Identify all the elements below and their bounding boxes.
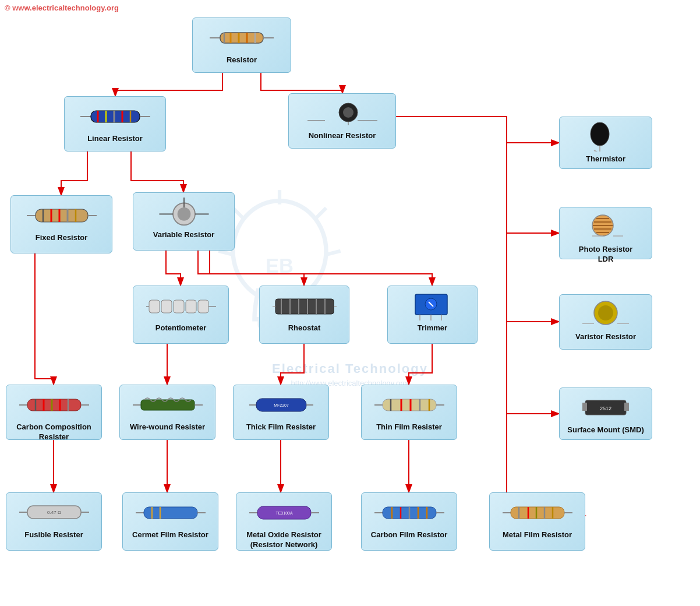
node-carbon-comp: Carbon Composition Resister bbox=[6, 385, 102, 440]
node-cermet: Cermet Film Resistor bbox=[122, 492, 218, 551]
svg-line-5 bbox=[326, 251, 341, 255]
svg-text:0.47 Ω: 0.47 Ω bbox=[47, 510, 61, 515]
thick-film-image: MF2207 bbox=[238, 389, 324, 421]
svg-rect-64 bbox=[149, 300, 160, 313]
svg-rect-11 bbox=[220, 33, 263, 43]
node-fixed: Fixed Resistor bbox=[10, 195, 112, 253]
node-resistor: Resistor bbox=[192, 17, 291, 73]
node-linear: Linear Resistor bbox=[64, 96, 166, 152]
thermistor-label: Thermistor bbox=[564, 154, 647, 164]
photo-resistor-label: Photo Resistor LDR bbox=[564, 245, 647, 265]
node-fusible: 0.47 Ω Fusible Resister bbox=[6, 492, 102, 551]
metal-film-image bbox=[494, 496, 580, 529]
node-nonlinear: Nonlinear Resistor bbox=[288, 93, 396, 149]
svg-text:TE3100A: TE3100A bbox=[275, 511, 293, 515]
svg-point-57 bbox=[598, 305, 613, 320]
carbon-film-label: Carbon Film Resistor bbox=[366, 530, 452, 540]
svg-point-40 bbox=[177, 207, 190, 221]
metal-oxide-label: Metal Oxide Resistor (Resistor Network) bbox=[241, 530, 327, 550]
svg-line-7 bbox=[218, 251, 233, 255]
svg-rect-68 bbox=[198, 300, 208, 313]
node-potentiometer: Potentiometer bbox=[133, 286, 229, 344]
cermet-label: Cermet Film Resistor bbox=[128, 530, 213, 540]
fusible-image: 0.47 Ω bbox=[11, 496, 97, 529]
node-photo-resistor: Photo Resistor LDR bbox=[559, 207, 652, 259]
node-rheostat: Rheostat bbox=[259, 286, 349, 344]
fixed-label: Fixed Resistor bbox=[16, 233, 107, 243]
variable-label: Variable Resistor bbox=[138, 230, 229, 240]
rheostat-label: Rheostat bbox=[264, 323, 344, 333]
thermistor-image bbox=[564, 121, 647, 153]
thin-film-label: Thin Film Resister bbox=[366, 422, 452, 432]
carbon-film-image bbox=[366, 496, 452, 529]
node-surface-mount: 2512 Surface Mount (SMD) bbox=[559, 387, 652, 440]
svg-point-44 bbox=[591, 122, 609, 146]
photo-resistor-image bbox=[564, 211, 647, 243]
trimmer-image bbox=[393, 290, 472, 322]
varistor-image bbox=[564, 298, 647, 330]
svg-rect-65 bbox=[161, 300, 172, 313]
nonlinear-image bbox=[294, 97, 391, 129]
cermet-image bbox=[128, 496, 213, 529]
variable-image bbox=[138, 196, 229, 228]
metal-oxide-image: TE3100A bbox=[241, 496, 327, 529]
node-metal-oxide: TE3100A Metal Oxide Resistor (Resistor N… bbox=[236, 492, 332, 551]
metal-film-label: Metal Film Resistor bbox=[494, 530, 580, 540]
node-trimmer: Trimmer bbox=[387, 286, 478, 344]
resistor-image bbox=[197, 22, 286, 54]
node-thick-film: MF2207 Thick Film Resister bbox=[233, 385, 329, 440]
svg-text:2512: 2512 bbox=[600, 406, 611, 411]
svg-line-4 bbox=[316, 208, 326, 219]
potentiometer-label: Potentiometer bbox=[138, 323, 224, 333]
watermark-site: © www.electricaltechnology.org bbox=[5, 3, 119, 12]
node-variable: Variable Resistor bbox=[133, 192, 235, 251]
node-wire-wound: Wire-wound Resister bbox=[119, 385, 215, 440]
thick-film-label: Thick Film Resister bbox=[238, 422, 324, 432]
linear-label: Linear Resistor bbox=[69, 134, 161, 144]
node-thermistor: Thermistor bbox=[559, 117, 652, 169]
wire-wound-image bbox=[125, 389, 210, 421]
potentiometer-image bbox=[138, 290, 224, 322]
nonlinear-label: Nonlinear Resistor bbox=[294, 131, 391, 141]
svg-rect-63 bbox=[624, 403, 629, 411]
svg-point-28 bbox=[343, 107, 353, 118]
node-carbon-film: Carbon Film Resistor bbox=[361, 492, 457, 551]
svg-rect-66 bbox=[174, 300, 184, 313]
carbon-comp-image bbox=[11, 389, 97, 421]
node-thin-film: Thin Film Resister bbox=[361, 385, 457, 440]
svg-rect-62 bbox=[582, 403, 587, 411]
svg-text:MF2207: MF2207 bbox=[274, 403, 289, 407]
surface-mount-label: Surface Mount (SMD) bbox=[564, 425, 647, 435]
resistor-label: Resistor bbox=[197, 55, 286, 65]
rheostat-image bbox=[264, 290, 344, 322]
surface-mount-image: 2512 bbox=[564, 392, 647, 424]
svg-rect-67 bbox=[186, 300, 196, 313]
node-metal-film: Metal Film Resistor bbox=[489, 492, 585, 551]
linear-image bbox=[69, 100, 161, 132]
varistor-label: Varistor Resistor bbox=[564, 332, 647, 342]
node-varistor: Varistor Resistor bbox=[559, 294, 652, 350]
fusible-label: Fusible Resister bbox=[11, 530, 97, 540]
wire-wound-label: Wire-wound Resister bbox=[125, 422, 210, 432]
fixed-image bbox=[16, 199, 107, 231]
watermark-center: Electrical Technology bbox=[272, 361, 428, 376]
carbon-comp-label: Carbon Composition Resister bbox=[11, 422, 97, 442]
thin-film-image bbox=[366, 389, 452, 421]
svg-text:EB: EB bbox=[266, 255, 294, 277]
trimmer-label: Trimmer bbox=[393, 323, 472, 333]
